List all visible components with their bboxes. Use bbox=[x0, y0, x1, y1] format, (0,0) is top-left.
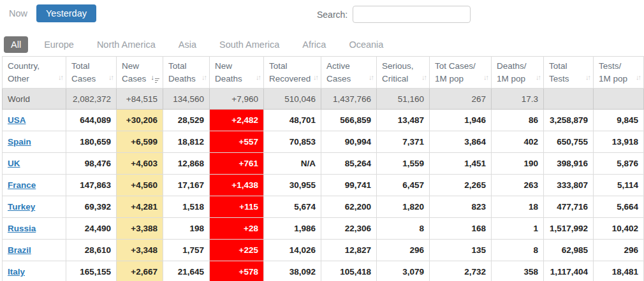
country-name-cell: USA bbox=[3, 110, 66, 131]
total-deaths-cell: 198 bbox=[163, 218, 210, 240]
new-cases-cell: +30,206 bbox=[117, 110, 163, 131]
region-tab-europe[interactable]: Europe bbox=[37, 36, 81, 53]
tests-per-1m-cell: 10,402 bbox=[594, 218, 644, 240]
total-cases-cell: 98,476 bbox=[66, 153, 117, 175]
country-row-italy: Italy165,155+2,66721,645+57838,092105,41… bbox=[3, 261, 644, 281]
now-tab[interactable]: Now bbox=[9, 8, 27, 18]
new-deaths-cell: +28 bbox=[210, 218, 264, 240]
sort-both-icon: ↓↑ bbox=[313, 73, 318, 83]
sort-both-icon: ↓↑ bbox=[369, 73, 373, 83]
yesterday-tab[interactable]: Yesterday bbox=[36, 4, 96, 22]
serious-critical-cell: 296 bbox=[377, 240, 430, 261]
region-tab-asia[interactable]: Asia bbox=[172, 36, 203, 53]
deaths-per-1m-cell: 1 bbox=[492, 218, 544, 240]
header-row: Country,Other↓↑TotalCases↓↑NewCases↓Tota… bbox=[3, 57, 644, 89]
deaths-per-1m-cell: 86 bbox=[492, 110, 544, 131]
country-name-cell: Italy bbox=[3, 261, 66, 281]
deaths-per-1m-cell: 358 bbox=[492, 261, 544, 281]
sort-both-icon: ↓↑ bbox=[483, 73, 488, 83]
tests-per-1m-cell: 9,845 bbox=[594, 110, 644, 131]
total-cases-cell: 2,082,372 bbox=[66, 89, 117, 110]
new-deaths-cell: +1,438 bbox=[210, 175, 264, 196]
region-tab-all[interactable]: All bbox=[4, 36, 28, 53]
region-tab-south-america[interactable]: South America bbox=[212, 36, 286, 53]
deaths-per-1m-cell: 190 bbox=[492, 153, 544, 175]
country-row-spain: Spain180,659+6,59918,812+55770,85390,994… bbox=[3, 131, 644, 153]
active-cases-cell: 90,994 bbox=[321, 131, 377, 153]
total-recovered-cell: 70,853 bbox=[264, 131, 321, 153]
sort-both-icon: ↓↑ bbox=[108, 73, 113, 83]
total-tests-cell: 1,517,992 bbox=[544, 218, 594, 240]
search-label: Search: bbox=[317, 10, 348, 20]
total-deaths-cell: 1,757 bbox=[163, 240, 210, 261]
search-input[interactable] bbox=[353, 6, 471, 23]
cases-per-1m-cell: 823 bbox=[430, 196, 492, 218]
total-tests-cell: 1,117,404 bbox=[544, 261, 594, 281]
total-cases-cell: 644,089 bbox=[66, 110, 117, 131]
tests-per-1m-cell: 296 bbox=[594, 240, 644, 261]
serious-critical-cell: 13,487 bbox=[377, 110, 430, 131]
col-header-total-cases[interactable]: TotalCases↓↑ bbox=[66, 57, 117, 89]
serious-critical-cell: 8 bbox=[377, 218, 430, 240]
serious-critical-cell: 7,371 bbox=[377, 131, 430, 153]
total-recovered-cell: 38,092 bbox=[264, 261, 321, 281]
total-deaths-cell: 21,645 bbox=[163, 261, 210, 281]
cases-per-1m-cell: 1,451 bbox=[430, 153, 492, 175]
country-link[interactable]: Italy bbox=[8, 267, 25, 277]
country-link[interactable]: Russia bbox=[8, 224, 36, 233]
cases-per-1m-cell: 2,732 bbox=[430, 261, 492, 281]
col-header-tests-1m-pop[interactable]: Tests/1M pop↓↑ bbox=[594, 57, 644, 89]
new-cases-cell: +4,281 bbox=[117, 196, 163, 218]
total-recovered-cell: 1,986 bbox=[264, 218, 321, 240]
active-cases-cell: 99,741 bbox=[321, 175, 377, 196]
country-name-cell: UK bbox=[3, 153, 66, 175]
total-tests-cell bbox=[544, 89, 594, 110]
col-header-new-cases[interactable]: NewCases↓ bbox=[117, 57, 163, 89]
sort-both-icon: ↓↑ bbox=[58, 73, 62, 83]
country-link[interactable]: Turkey bbox=[8, 202, 35, 212]
col-header-total-tests[interactable]: TotalTests↓↑ bbox=[544, 57, 594, 89]
total-recovered-cell: 510,046 bbox=[264, 89, 321, 110]
new-cases-cell: +2,667 bbox=[117, 261, 163, 281]
region-tab-bar: AllEuropeNorth AmericaAsiaSouth AmericaA… bbox=[4, 36, 399, 53]
tests-per-1m-cell: 5,664 bbox=[594, 196, 644, 218]
new-cases-cell: +6,599 bbox=[117, 131, 163, 153]
region-tab-north-america[interactable]: North America bbox=[90, 36, 163, 53]
country-name-cell: Brazil bbox=[3, 240, 66, 261]
col-header-deaths-1m-pop[interactable]: Deaths/1M pop↓↑ bbox=[492, 57, 544, 89]
world-row: World2,082,372+84,515134,560+7,960510,04… bbox=[3, 89, 644, 110]
region-tab-oceania[interactable]: Oceania bbox=[342, 36, 390, 53]
country-link[interactable]: Spain bbox=[8, 137, 31, 147]
serious-critical-cell: 51,160 bbox=[377, 89, 430, 110]
region-tab-africa[interactable]: Africa bbox=[295, 36, 333, 53]
total-deaths-cell: 12,868 bbox=[163, 153, 210, 175]
country-link[interactable]: UK bbox=[8, 159, 20, 168]
total-deaths-cell: 1,518 bbox=[163, 196, 210, 218]
tests-per-1m-cell: 5,114 bbox=[594, 175, 644, 196]
col-header-total-recovered[interactable]: TotalRecovered↓↑ bbox=[264, 57, 321, 89]
sort-both-icon: ↓↑ bbox=[585, 73, 590, 83]
country-link[interactable]: Brazil bbox=[8, 245, 31, 255]
active-cases-cell: 12,827 bbox=[321, 240, 377, 261]
col-header-total-deaths[interactable]: TotalDeaths↓↑ bbox=[163, 57, 210, 89]
col-header-serious-critical[interactable]: Serious,Critical↓↑ bbox=[377, 57, 430, 89]
total-deaths-cell: 134,560 bbox=[163, 89, 210, 110]
new-deaths-cell: +2,482 bbox=[210, 110, 264, 131]
active-cases-cell: 1,437,766 bbox=[321, 89, 377, 110]
total-cases-cell: 69,392 bbox=[66, 196, 117, 218]
new-deaths-cell: +7,960 bbox=[210, 89, 264, 110]
col-header-country-other[interactable]: Country,Other↓↑ bbox=[3, 57, 66, 89]
col-header-new-deaths[interactable]: NewDeaths↓↑ bbox=[210, 57, 264, 89]
top-toolbar: Now Yesterday Search: bbox=[0, 0, 644, 28]
total-tests-cell: 398,916 bbox=[544, 153, 594, 175]
country-row-france: France147,863+4,56017,167+1,43830,95599,… bbox=[3, 175, 644, 196]
country-link[interactable]: USA bbox=[8, 115, 26, 125]
country-link[interactable]: France bbox=[8, 180, 36, 190]
deaths-per-1m-cell: 263 bbox=[492, 175, 544, 196]
col-header-tot-cases-1m-pop[interactable]: Tot Cases/1M pop↓↑ bbox=[430, 57, 492, 89]
table-header: Country,Other↓↑TotalCases↓↑NewCases↓Tota… bbox=[3, 57, 644, 89]
new-cases-cell: +4,560 bbox=[117, 175, 163, 196]
col-header-active-cases[interactable]: ActiveCases↓↑ bbox=[321, 57, 377, 89]
covid-stats-table: Country,Other↓↑TotalCases↓↑NewCases↓Tota… bbox=[2, 56, 644, 281]
total-cases-cell: 24,490 bbox=[66, 218, 117, 240]
